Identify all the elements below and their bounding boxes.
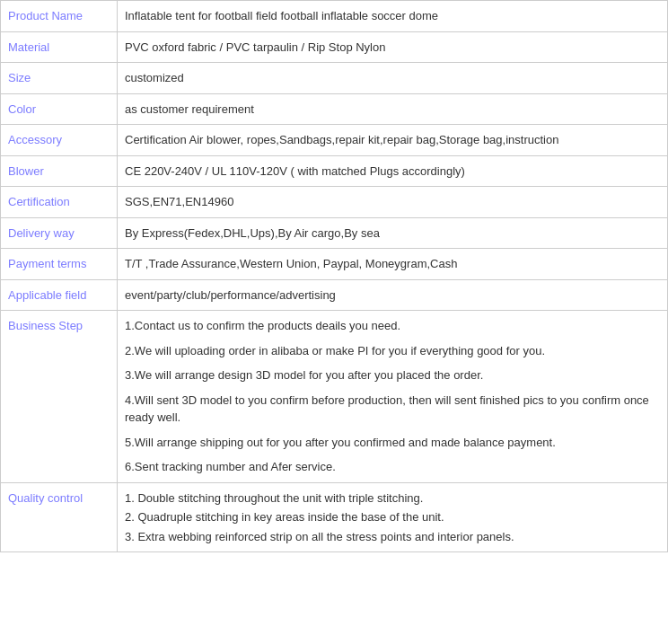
product-info-table: Product NameInflatable tent for football… — [0, 0, 668, 552]
label-business-step: Business Step — [1, 311, 118, 483]
table-row-certification: CertificationSGS,EN71,EN14960 — [1, 187, 668, 218]
value-blower: CE 220V-240V / UL 110V-120V ( with match… — [118, 155, 668, 187]
label-size: Size — [1, 63, 118, 94]
label-payment-terms: Payment terms — [1, 249, 118, 280]
table-row-material: MaterialPVC oxford fabric / PVC tarpauli… — [1, 31, 668, 63]
label-material: Material — [1, 31, 118, 63]
value-material: PVC oxford fabric / PVC tarpaulin / Rip … — [118, 31, 668, 63]
label-color: Color — [1, 93, 118, 125]
value-certification: SGS,EN71,EN14960 — [118, 187, 668, 218]
label-certification: Certification — [1, 187, 118, 218]
value-size: customized — [118, 63, 668, 94]
table-row-product-name: Product NameInflatable tent for football… — [1, 1, 668, 32]
label-delivery-way: Delivery way — [1, 217, 118, 249]
table-row-color: Coloras customer requirement — [1, 93, 668, 125]
label-blower: Blower — [1, 155, 118, 187]
value-color: as customer requirement — [118, 93, 668, 125]
value-quality-control: 1. Double stitching throughout the unit … — [118, 482, 668, 552]
label-applicable-field: Applicable field — [1, 279, 118, 311]
table-row-size: Sizecustomized — [1, 63, 668, 94]
table-row-business-step: Business Step1.Contact us to confirm the… — [1, 311, 668, 483]
table-row-accessory: AccessoryCertification Air blower, ropes… — [1, 125, 668, 156]
label-quality-control: Quality control — [1, 482, 118, 552]
table-row-applicable-field: Applicable fieldevent/party/club/perform… — [1, 279, 668, 311]
value-delivery-way: By Express(Fedex,DHL,Ups),By Air cargo,B… — [118, 217, 668, 249]
table-row-blower: BlowerCE 220V-240V / UL 110V-120V ( with… — [1, 155, 668, 187]
value-business-step: 1.Contact us to confirm the products dea… — [118, 311, 668, 483]
table-row-quality-control: Quality control1. Double stitching throu… — [1, 482, 668, 552]
value-applicable-field: event/party/club/performance/advertising — [118, 279, 668, 311]
value-accessory: Certification Air blower, ropes,Sandbags… — [118, 125, 668, 156]
label-accessory: Accessory — [1, 125, 118, 156]
table-row-payment-terms: Payment termsT/T ,Trade Assurance,Wester… — [1, 249, 668, 280]
label-product-name: Product Name — [1, 1, 118, 32]
table-row-delivery-way: Delivery wayBy Express(Fedex,DHL,Ups),By… — [1, 217, 668, 249]
value-payment-terms: T/T ,Trade Assurance,Western Union, Payp… — [118, 249, 668, 280]
value-product-name: Inflatable tent for football field footb… — [118, 1, 668, 32]
